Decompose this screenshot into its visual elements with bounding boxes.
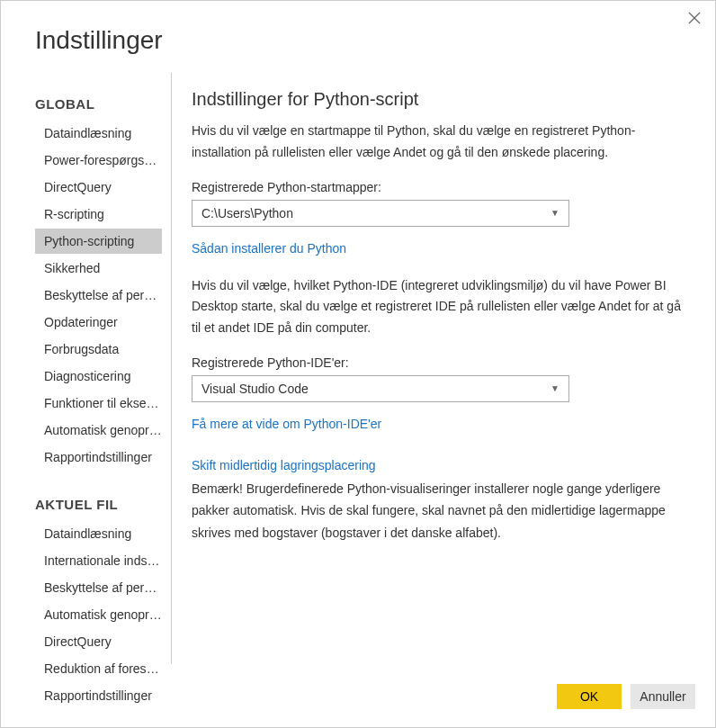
sidebar-item-local-6[interactable]: Rapportindstillinger: [35, 683, 162, 708]
content-panel: Indstillinger for Python-script Hvis du …: [172, 73, 715, 664]
cancel-button[interactable]: Annuller: [631, 684, 695, 709]
sidebar-item-local-4[interactable]: DirectQuery: [35, 629, 162, 654]
ok-button[interactable]: OK: [557, 684, 622, 709]
sidebar-section-global: GLOBAL: [35, 96, 162, 112]
chevron-down-icon: ▼: [550, 208, 559, 218]
ides-dropdown[interactable]: Visual Studio Code ▼: [192, 375, 569, 402]
sidebar-item-local-3[interactable]: Automatisk genopr…: [35, 602, 162, 627]
storage-note: Bemærk! Brugerdefinerede Python-visualis…: [192, 478, 688, 544]
sidebar-item-local-5[interactable]: Reduktion af foresp…: [35, 656, 162, 681]
sidebar-item-global-4[interactable]: Python-scripting: [35, 229, 162, 254]
home-dir-description: Hvis du vil vælge en startmappe til Pyth…: [192, 121, 688, 164]
ide-description: Hvis du vil vælge, hvilket Python-IDE (i…: [192, 275, 688, 339]
sidebar-item-global-2[interactable]: DirectQuery: [35, 175, 162, 200]
sidebar-item-global-5[interactable]: Sikkerhed: [35, 256, 162, 281]
close-icon: [688, 12, 701, 24]
dialog-title: Indstillinger: [1, 1, 715, 55]
ides-value: Visual Studio Code: [201, 382, 309, 396]
sidebar-item-global-6[interactable]: Beskyttelse af perso…: [35, 283, 162, 308]
sidebar-item-global-7[interactable]: Opdateringer: [35, 310, 162, 335]
sidebar-item-local-2[interactable]: Beskyttelse af pers…: [35, 575, 162, 600]
sidebar-item-global-3[interactable]: R-scripting: [35, 202, 162, 227]
sidebar: GLOBAL DataindlæsningPower-forespørgse…D…: [35, 73, 172, 664]
sidebar-item-global-10[interactable]: Funktioner til eksem…: [35, 391, 162, 416]
install-python-link[interactable]: Sådan installerer du Python: [192, 241, 346, 256]
sidebar-item-global-1[interactable]: Power-forespørgse…: [35, 148, 162, 173]
sidebar-item-global-11[interactable]: Automatisk genopr…: [35, 418, 162, 443]
chevron-down-icon: ▼: [550, 383, 559, 393]
change-storage-link[interactable]: Skift midlertidig lagringsplacering: [192, 458, 376, 472]
sidebar-item-global-0[interactable]: Dataindlæsning: [35, 121, 162, 146]
sidebar-item-global-8[interactable]: Forbrugsdata: [35, 337, 162, 362]
learn-ide-link[interactable]: Få mere at vide om Python-IDE'er: [192, 417, 381, 431]
home-dirs-dropdown[interactable]: C:\Users\Python ▼: [192, 200, 569, 227]
close-button[interactable]: [688, 12, 703, 26]
sidebar-section-current-file: AKTUEL FIL: [35, 497, 162, 512]
sidebar-item-global-9[interactable]: Diagnosticering: [35, 364, 162, 389]
sidebar-item-global-12[interactable]: Rapportindstillinger: [35, 445, 162, 470]
sidebar-item-local-1[interactable]: Internationale inds…: [35, 548, 162, 573]
ides-label: Registrerede Python-IDE'er:: [192, 355, 688, 370]
sidebar-item-local-0[interactable]: Dataindlæsning: [35, 521, 162, 546]
home-dirs-value: C:\Users\Python: [201, 206, 293, 220]
content-title: Indstillinger for Python-script: [192, 89, 688, 110]
home-dirs-label: Registrerede Python-startmapper:: [192, 180, 688, 194]
